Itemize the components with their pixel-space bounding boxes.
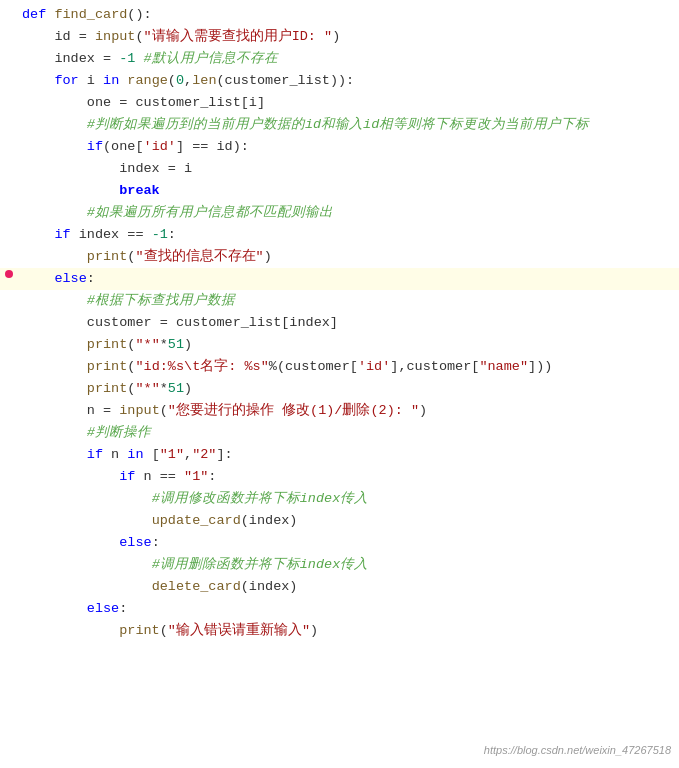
line-content-26: #调用删除函数并将下标index传入 — [18, 554, 679, 576]
line-content-4: for i in range(0,len(customer_list)): — [18, 70, 679, 92]
line-content-11: if index == -1: — [18, 224, 679, 246]
code-line-23: #调用修改函数并将下标index传入 — [0, 488, 679, 510]
gutter-16 — [0, 334, 18, 336]
line-content-6: #判断如果遍历到的当前用户数据的id和输入id相等则将下标更改为当前用户下标 — [18, 114, 679, 136]
code-line-11: if index == -1: — [0, 224, 679, 246]
line-content-12: print("查找的信息不存在") — [18, 246, 679, 268]
line-content-20: #判断操作 — [18, 422, 679, 444]
gutter-18 — [0, 378, 18, 380]
gutter-8 — [0, 158, 18, 160]
line-content-27: delete_card(index) — [18, 576, 679, 598]
code-line-26: #调用删除函数并将下标index传入 — [0, 554, 679, 576]
line-content-9: break — [18, 180, 679, 202]
code-line-10: #如果遍历所有用户信息都不匹配则输出 — [0, 202, 679, 224]
gutter-23 — [0, 488, 18, 490]
code-line-21: if n in ["1","2"]: — [0, 444, 679, 466]
line-content-2: id = input("请输入需要查找的用户ID: ") — [18, 26, 679, 48]
code-line-4: for i in range(0,len(customer_list)): — [0, 70, 679, 92]
code-editor: def find_card(): id = input("请输入需要查找的用户I… — [0, 0, 679, 768]
line-content-13: else: — [18, 268, 679, 290]
line-content-25: else: — [18, 532, 679, 554]
gutter-2 — [0, 26, 18, 28]
gutter-25 — [0, 532, 18, 534]
code-line-9: break — [0, 180, 679, 202]
line-content-7: if(one['id'] == id): — [18, 136, 679, 158]
line-content-16: print("*"*51) — [18, 334, 679, 356]
code-line-6: #判断如果遍历到的当前用户数据的id和输入id相等则将下标更改为当前用户下标 — [0, 114, 679, 136]
code-line-13: else: — [0, 268, 679, 290]
line-content-5: one = customer_list[i] — [18, 92, 679, 114]
code-line-18: print("*"*51) — [0, 378, 679, 400]
gutter-17 — [0, 356, 18, 358]
gutter-27 — [0, 576, 18, 578]
line-content-29: print("输入错误请重新输入") — [18, 620, 679, 642]
code-line-24: update_card(index) — [0, 510, 679, 532]
line-content-8: index = i — [18, 158, 679, 180]
gutter-15 — [0, 312, 18, 314]
code-line-1: def find_card(): — [0, 4, 679, 26]
gutter-22 — [0, 466, 18, 468]
gutter-3 — [0, 48, 18, 50]
line-content-19: n = input("您要进行的操作 修改(1)/删除(2): ") — [18, 400, 679, 422]
gutter-28 — [0, 598, 18, 600]
watermark: https://blog.csdn.net/weixin_47267518 — [484, 742, 671, 760]
gutter-7 — [0, 136, 18, 138]
gutter-6 — [0, 114, 18, 116]
gutter-12 — [0, 246, 18, 248]
code-line-17: print("id:%s\t名字: %s"%(customer['id'],cu… — [0, 356, 679, 378]
gutter-14 — [0, 290, 18, 292]
gutter-4 — [0, 70, 18, 72]
code-line-25: else: — [0, 532, 679, 554]
gutter-20 — [0, 422, 18, 424]
code-line-8: index = i — [0, 158, 679, 180]
line-content-17: print("id:%s\t名字: %s"%(customer['id'],cu… — [18, 356, 679, 378]
code-line-29: print("输入错误请重新输入") — [0, 620, 679, 642]
gutter-13 — [0, 268, 18, 278]
line-content-3: index = -1 #默认用户信息不存在 — [18, 48, 679, 70]
code-line-15: customer = customer_list[index] — [0, 312, 679, 334]
line-content-23: #调用修改函数并将下标index传入 — [18, 488, 679, 510]
code-line-16: print("*"*51) — [0, 334, 679, 356]
line-content-22: if n == "1": — [18, 466, 679, 488]
code-line-14: #根据下标查找用户数据 — [0, 290, 679, 312]
line-content-21: if n in ["1","2"]: — [18, 444, 679, 466]
line-content-24: update_card(index) — [18, 510, 679, 532]
line-content-18: print("*"*51) — [18, 378, 679, 400]
code-line-20: #判断操作 — [0, 422, 679, 444]
gutter-10 — [0, 202, 18, 204]
code-line-2: id = input("请输入需要查找的用户ID: ") — [0, 26, 679, 48]
gutter-11 — [0, 224, 18, 226]
line-content-28: else: — [18, 598, 679, 620]
gutter-24 — [0, 510, 18, 512]
gutter-26 — [0, 554, 18, 556]
gutter-5 — [0, 92, 18, 94]
code-line-19: n = input("您要进行的操作 修改(1)/删除(2): ") — [0, 400, 679, 422]
line-content-15: customer = customer_list[index] — [18, 312, 679, 334]
code-line-27: delete_card(index) — [0, 576, 679, 598]
code-line-5: one = customer_list[i] — [0, 92, 679, 114]
gutter-9 — [0, 180, 18, 182]
gutter-19 — [0, 400, 18, 402]
code-line-3: index = -1 #默认用户信息不存在 — [0, 48, 679, 70]
gutter-29 — [0, 620, 18, 622]
breakpoint-dot — [5, 270, 13, 278]
code-line-7: if(one['id'] == id): — [0, 136, 679, 158]
line-content-14: #根据下标查找用户数据 — [18, 290, 679, 312]
code-line-12: print("查找的信息不存在") — [0, 246, 679, 268]
line-content-10: #如果遍历所有用户信息都不匹配则输出 — [18, 202, 679, 224]
gutter-21 — [0, 444, 18, 446]
line-content-1: def find_card(): — [18, 4, 679, 26]
code-line-28: else: — [0, 598, 679, 620]
code-line-22: if n == "1": — [0, 466, 679, 488]
gutter-1 — [0, 4, 18, 6]
